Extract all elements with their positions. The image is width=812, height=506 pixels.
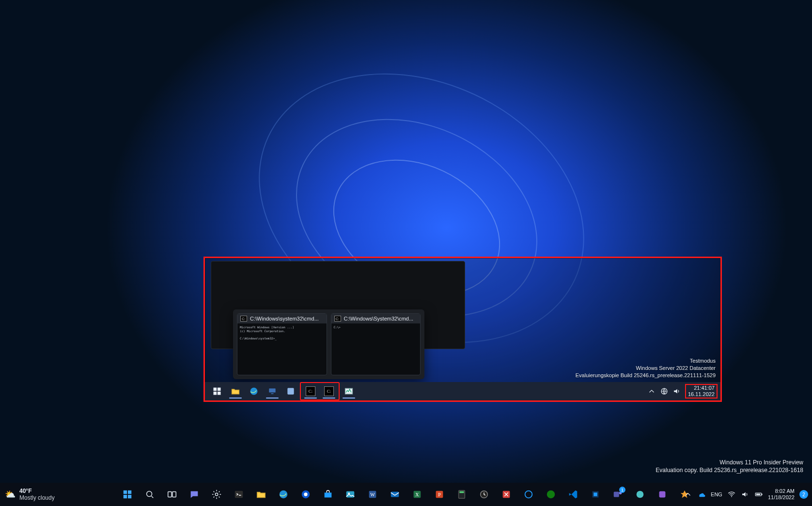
- svg-rect-10: [124, 491, 127, 494]
- taskbar-app-row: W X P 1: [119, 483, 693, 506]
- teams-badge: 1: [619, 487, 625, 493]
- inner-app-icon[interactable]: [283, 383, 298, 399]
- host-taskbar: ⛅ 40°F Mostly cloudy: [0, 483, 812, 506]
- photos-icon[interactable]: [342, 486, 359, 503]
- cortana-icon[interactable]: [520, 486, 537, 503]
- powerpoint-icon[interactable]: P: [431, 486, 448, 503]
- search-button[interactable]: [141, 486, 158, 503]
- inner-watermark-line2: Windows Server 2022 Datacenter: [576, 365, 716, 372]
- inner-start-button[interactable]: [209, 383, 225, 399]
- svg-rect-22: [346, 491, 355, 498]
- preview-title-text: C:\Windows\System32\cmd...: [344, 316, 414, 322]
- terminal-icon[interactable]: [230, 486, 248, 503]
- preview-title-text: C:\Windows\system32\cmd...: [250, 316, 319, 322]
- virtualbox-icon[interactable]: [587, 486, 604, 503]
- app-icon-generic-1[interactable]: [631, 486, 649, 503]
- taskbar-preview-popup: C: C:\Windows\system32\cmd... Microsoft …: [233, 309, 424, 379]
- svg-rect-42: [659, 491, 666, 498]
- host-system-tray: ENG 8:02 AM 11/18/2022 2: [684, 483, 808, 506]
- word-icon[interactable]: W: [364, 486, 381, 503]
- start-button[interactable]: [119, 486, 136, 503]
- xbox-icon[interactable]: [542, 486, 560, 503]
- preview-body: Microsoft Windows [Version ...] (c) Micr…: [237, 323, 327, 375]
- inner-explorer-icon[interactable]: [228, 383, 243, 399]
- inner-server-manager-icon[interactable]: [265, 383, 280, 399]
- tray-language[interactable]: ENG: [711, 491, 722, 497]
- weather-desc: Mostly cloudy: [19, 494, 55, 501]
- app-icon-generic-2[interactable]: [654, 486, 671, 503]
- svg-rect-6: [271, 393, 274, 394]
- browser-icon[interactable]: [297, 486, 314, 503]
- task-view-button[interactable]: [163, 486, 181, 503]
- explorer-icon[interactable]: [252, 486, 270, 503]
- clock-icon[interactable]: [475, 486, 493, 503]
- inner-system-tray: 21:41:07 16.11.2022: [647, 382, 718, 400]
- host-clock[interactable]: 8:02 AM 11/18/2022: [768, 488, 795, 501]
- svg-rect-16: [172, 492, 176, 497]
- svg-text:P: P: [438, 492, 441, 497]
- store-icon[interactable]: [319, 486, 337, 503]
- wifi-icon[interactable]: [727, 490, 736, 499]
- battery-icon[interactable]: [754, 490, 763, 499]
- inner-edge-icon[interactable]: [246, 383, 262, 399]
- weather-widget[interactable]: ⛅ 40°F Mostly cloudy: [5, 483, 55, 506]
- inner-volume-icon[interactable]: [672, 387, 681, 396]
- edge-icon[interactable]: [275, 486, 292, 503]
- svg-point-17: [215, 493, 218, 496]
- inner-watermark-line1: Testmodus: [576, 357, 716, 365]
- excel-icon[interactable]: X: [408, 486, 426, 503]
- svg-point-4: [250, 388, 258, 395]
- weather-cloud-icon: ⛅: [5, 489, 16, 500]
- svg-rect-7: [287, 388, 294, 394]
- host-watermark-line1: Windows 11 Pro Insider Preview: [656, 459, 803, 466]
- host-watermark: Windows 11 Pro Insider Preview Evaluatio…: [656, 459, 803, 474]
- inner-tray-chevron-icon[interactable]: [647, 387, 656, 396]
- inner-cmd-icon-1[interactable]: C:: [303, 383, 318, 399]
- inner-clock-time: 21:41:07: [688, 385, 715, 391]
- settings-icon[interactable]: [208, 486, 225, 503]
- svg-rect-5: [269, 388, 275, 392]
- svg-point-35: [525, 491, 532, 498]
- svg-point-41: [637, 491, 644, 498]
- inner-network-icon[interactable]: [660, 387, 669, 396]
- svg-text:W: W: [370, 492, 375, 497]
- tray-chevron-icon[interactable]: [684, 490, 692, 499]
- inner-clock-highlighted[interactable]: 21:41:07 16.11.2022: [685, 384, 718, 398]
- snipping-icon[interactable]: [498, 486, 515, 503]
- svg-rect-26: [391, 492, 399, 497]
- chat-button[interactable]: [186, 486, 203, 503]
- host-clock-date: 11/18/2022: [768, 494, 795, 501]
- svg-rect-15: [168, 492, 172, 497]
- preview-title: C: C:\Windows\System32\cmd...: [331, 314, 421, 323]
- svg-rect-0: [214, 388, 217, 391]
- teams-icon[interactable]: 1: [609, 486, 626, 503]
- svg-text:X: X: [415, 492, 419, 497]
- svg-point-43: [731, 496, 732, 497]
- inner-cmd-icon-2[interactable]: C:: [321, 383, 337, 399]
- vscode-icon[interactable]: [564, 486, 582, 503]
- annotation-highlight-cmd-group: C: C:: [300, 382, 340, 400]
- svg-rect-32: [459, 491, 464, 493]
- onedrive-icon[interactable]: [697, 490, 706, 499]
- cmd-icon: C:: [240, 316, 247, 322]
- volume-icon[interactable]: [741, 490, 750, 499]
- cmd-icon: C:: [334, 316, 341, 322]
- host-clock-time: 8:02 AM: [768, 488, 795, 494]
- calculator-icon[interactable]: [453, 486, 470, 503]
- preview-thumbnail-cmd-1[interactable]: C: C:\Windows\system32\cmd... Microsoft …: [237, 313, 327, 375]
- notification-count[interactable]: 2: [799, 490, 808, 499]
- annotation-highlight-region: C: C:\Windows\system32\cmd... Microsoft …: [203, 257, 722, 402]
- cmd-icon: C:: [306, 386, 315, 396]
- inner-watermark-line3: Evaluierungskopie Build 25246.rs_prerele…: [576, 372, 716, 379]
- svg-rect-2: [214, 392, 217, 395]
- inner-clock-date: 16.11.2022: [688, 391, 715, 398]
- inner-process-monitor-icon[interactable]: [341, 383, 357, 399]
- svg-rect-13: [128, 495, 131, 498]
- preview-thumbnail-cmd-2[interactable]: C: C:\Windows\System32\cmd... C:\>: [331, 313, 421, 375]
- mail-icon[interactable]: [386, 486, 404, 503]
- svg-rect-18: [235, 491, 243, 498]
- weather-temp: 40°F: [19, 488, 55, 494]
- svg-rect-12: [124, 495, 127, 498]
- svg-rect-11: [128, 491, 131, 494]
- inner-watermark: Testmodus Windows Server 2022 Datacenter…: [576, 357, 716, 379]
